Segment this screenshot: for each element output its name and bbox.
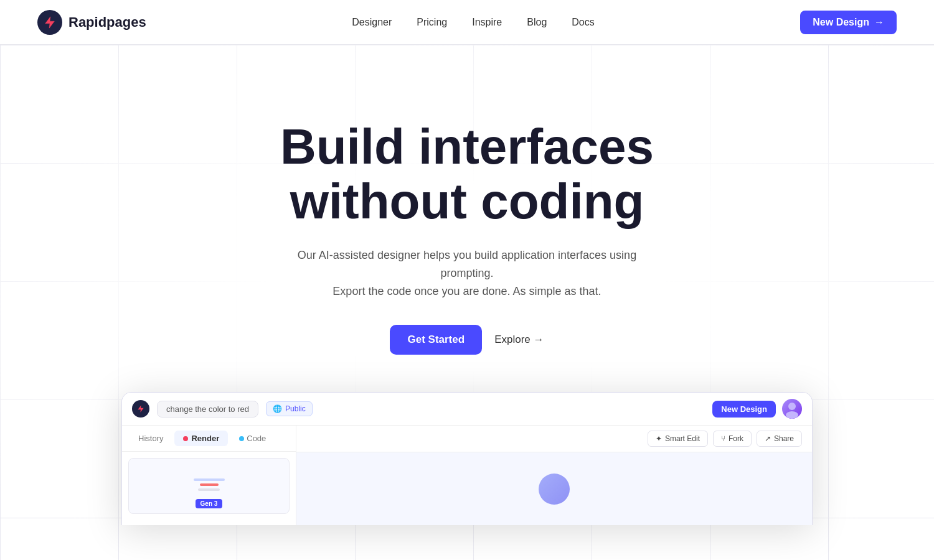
app-prompt-text: change the color to red	[157, 401, 258, 418]
nav-link-inspire[interactable]: Inspire	[472, 17, 502, 28]
share-label: Share	[774, 434, 794, 443]
nav-cta-arrow: →	[874, 17, 884, 28]
app-main-canvas-area: ✦ Smart Edit ⑂ Fork ↗ Share	[296, 426, 812, 525]
nav-link-pricing[interactable]: Pricing	[417, 17, 447, 28]
app-new-design-button[interactable]: New Design	[712, 401, 776, 418]
smart-edit-button[interactable]: ✦ Smart Edit	[648, 431, 708, 447]
app-sidebar: History Render Code	[122, 426, 296, 525]
code-dot	[239, 436, 244, 441]
smart-edit-label: Smart Edit	[665, 434, 700, 443]
share-icon: ↗	[765, 434, 771, 443]
tab-render-label: Render	[191, 434, 219, 443]
smart-edit-icon: ✦	[656, 434, 662, 443]
render-dot	[183, 436, 188, 441]
gen3-badge: Gen 3	[196, 499, 223, 508]
app-body: History Render Code	[122, 426, 812, 525]
thumb-line-1	[194, 478, 225, 481]
logo-icon	[37, 10, 62, 35]
app-thumbnail: Gen 3	[128, 458, 290, 514]
nav-link-designer[interactable]: Designer	[352, 17, 392, 28]
hero-subtitle-line2: Export the code once you are done. As si…	[333, 285, 601, 297]
app-logo-small	[132, 400, 149, 418]
canvas-circle-element	[539, 474, 570, 505]
nav-links: Designer Pricing Inspire Blog Docs	[352, 17, 594, 28]
globe-icon: 🌐	[273, 404, 282, 413]
svg-point-2	[788, 403, 796, 410]
fork-icon: ⑂	[721, 434, 725, 443]
app-main-toolbar: ✦ Smart Edit ⑂ Fork ↗ Share	[296, 426, 812, 452]
tab-code-label: Code	[247, 434, 266, 443]
public-label: Public	[285, 404, 306, 413]
nav-cta-label: New Design	[813, 17, 869, 28]
hero-section: Build interfaces without coding Our AI-a…	[0, 45, 934, 560]
fork-label: Fork	[729, 434, 743, 443]
nav-cta-button[interactable]: New Design →	[800, 11, 897, 34]
hero-title: Build interfaces without coding	[280, 119, 654, 229]
navbar: Rapidpages Designer Pricing Inspire Blog…	[0, 0, 934, 45]
sidebar-tabs: History Render Code	[122, 426, 296, 452]
nav-link-blog[interactable]: Blog	[527, 17, 547, 28]
thumbnail-lines	[194, 478, 225, 491]
hero-title-line1: Build interfaces	[280, 119, 654, 174]
svg-marker-1	[138, 406, 143, 413]
app-preview-header: change the color to red 🌐 Public New Des…	[122, 393, 812, 426]
logo-text: Rapidpages	[68, 14, 146, 30]
app-preview: change the color to red 🌐 Public New Des…	[121, 392, 813, 525]
get-started-button[interactable]: Get Started	[390, 325, 482, 355]
svg-point-3	[786, 411, 798, 419]
app-header-right: New Design	[712, 399, 802, 419]
hero-content: Build interfaces without coding Our AI-a…	[0, 45, 934, 525]
hero-subtitle: Our AI-assisted designer helps you build…	[280, 246, 654, 300]
fork-button[interactable]: ⑂ Fork	[713, 431, 752, 447]
thumb-line-2	[200, 483, 219, 486]
thumb-line-3	[198, 488, 220, 491]
app-public-badge: 🌐 Public	[266, 401, 313, 416]
tab-code[interactable]: Code	[230, 431, 275, 446]
logo-link[interactable]: Rapidpages	[37, 10, 146, 35]
share-button[interactable]: ↗ Share	[757, 431, 802, 447]
user-avatar	[782, 399, 802, 419]
app-header-left: change the color to red 🌐 Public	[132, 400, 313, 418]
tab-render[interactable]: Render	[174, 431, 228, 446]
hero-buttons: Get Started Explore →	[390, 325, 544, 355]
app-canvas	[296, 452, 812, 525]
nav-link-docs[interactable]: Docs	[572, 17, 594, 28]
hero-title-line2: without coding	[290, 174, 644, 229]
explore-button[interactable]: Explore →	[494, 334, 544, 346]
hero-subtitle-line1: Our AI-assisted designer helps you build…	[298, 249, 636, 279]
svg-marker-0	[45, 16, 55, 27]
tab-history[interactable]: History	[130, 431, 172, 446]
